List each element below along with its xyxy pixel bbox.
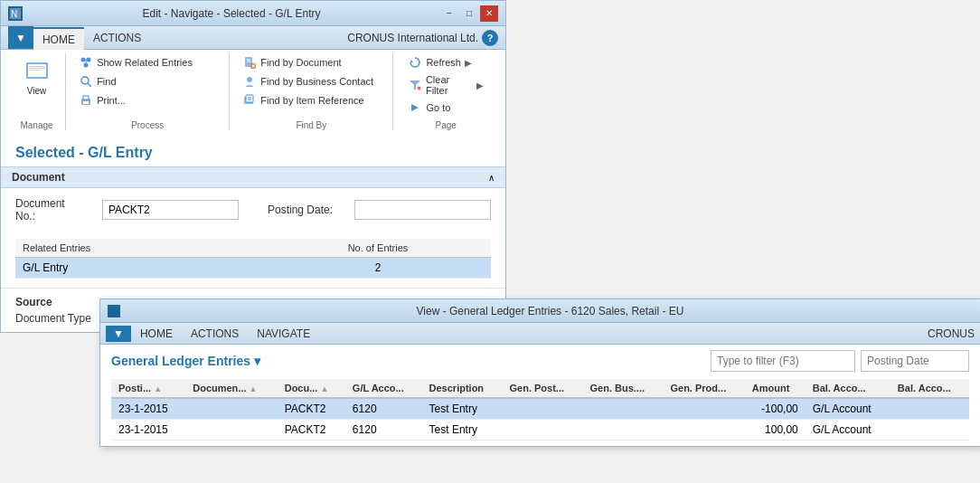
svg-rect-6 — [29, 70, 40, 71]
gl-cell-balAcco1: G/L Account — [806, 398, 890, 420]
section-title: Document — [12, 171, 65, 184]
svg-rect-4 — [29, 66, 45, 67]
find-button[interactable]: Find — [75, 72, 220, 90]
gl-cell-genProd — [663, 398, 744, 420]
gl-cell-genPost — [503, 420, 583, 440]
posting-date-input[interactable] — [354, 200, 491, 220]
page-group-label: Page — [436, 117, 457, 130]
ribbon-company: CRONUS International Ltd. ? — [347, 30, 498, 46]
table-row[interactable]: G/L Entry2 — [15, 258, 491, 279]
second-title-bar: View - General Ledger Entries - 6120 Sal… — [100, 299, 980, 323]
manage-items: View — [19, 53, 55, 117]
section-collapse-icon[interactable]: ∧ — [488, 173, 495, 183]
col-genProd: Gen. Prod... — [663, 379, 744, 398]
find-by-item-reference-button[interactable]: Find by Item Reference — [239, 91, 383, 109]
gl-cell-genProd — [663, 420, 744, 440]
second-tab-navigate[interactable]: NAVIGATE — [248, 326, 319, 342]
second-dropdown-btn[interactable]: ▼ — [106, 326, 131, 342]
ribbon-group-process: Show Related Entries Find — [66, 53, 230, 130]
process-items: Show Related Entries Find — [75, 53, 220, 117]
clear-filter-button[interactable]: Clear Filter ▶ — [404, 72, 487, 98]
second-tab-home[interactable]: HOME — [131, 326, 182, 342]
section-header: Document ∧ — [1, 166, 505, 188]
gl-table-row[interactable]: 23-1-2015PACKT26120Test Entry-100,00G/L … — [111, 398, 969, 420]
help-button[interactable]: ? — [482, 30, 498, 46]
col-related-entries: Related Entries — [15, 239, 265, 258]
entry-name: G/L Entry — [15, 258, 265, 279]
clear-filter-arrow: ▶ — [476, 80, 484, 90]
col-genBus: Gen. Bus.... — [583, 379, 664, 398]
close-button[interactable]: ✕ — [480, 5, 498, 22]
refresh-button[interactable]: Refresh ▶ — [404, 53, 487, 71]
gl-cell-glAcco: 6120 — [345, 398, 422, 420]
ribbon-dropdown-btn[interactable]: ▼ — [8, 26, 33, 49]
findby-items: Find by Document Find by Business Contac… — [239, 53, 383, 117]
minimize-button[interactable]: − — [440, 5, 458, 22]
show-related-icon — [79, 55, 93, 70]
dropdown-arrow-icon[interactable]: ▾ — [254, 354, 260, 368]
svg-point-12 — [81, 77, 89, 84]
second-header-row: General Ledger Entries ▾ — [111, 350, 969, 372]
print-icon — [79, 93, 93, 108]
second-tab-actions[interactable]: ACTIONS — [182, 326, 248, 342]
second-company: CRONUS — [928, 327, 975, 340]
col-document[interactable]: Documen... ▲ — [185, 379, 277, 398]
show-related-entries-button[interactable]: Show Related Entries — [75, 53, 220, 71]
col-num-entries: No. of Entries — [265, 239, 491, 258]
second-window-content: General Ledger Entries ▾ Posti... ▲Docum… — [100, 345, 980, 446]
find-by-document-button[interactable]: Find by Document — [239, 53, 383, 71]
restore-button[interactable]: □ — [460, 5, 478, 22]
clear-filter-label: Clear Filter — [426, 74, 473, 96]
manage-group-label: Manage — [20, 117, 52, 130]
ribbon-group-page: Refresh ▶ Clear Filter — [393, 53, 498, 130]
first-window: N Edit - Navigate - Selected - G/L Entry… — [0, 0, 506, 333]
gl-cell-docNo: PACKT2 — [278, 420, 345, 440]
svg-rect-5 — [29, 68, 45, 69]
page-col: Refresh ▶ Clear Filter — [404, 53, 487, 117]
col-docNo[interactable]: Docu... ▲ — [278, 379, 345, 398]
find-by-business-contact-icon — [242, 74, 257, 89]
gl-cell-genBus — [583, 420, 664, 440]
gl-cell-balAcco2 — [890, 398, 969, 420]
clear-filter-icon — [408, 78, 421, 92]
find-by-business-contact-button[interactable]: Find by Business Contact — [239, 72, 383, 90]
col-description: Description — [422, 379, 503, 398]
svg-rect-23 — [246, 95, 253, 102]
svg-rect-15 — [83, 96, 89, 99]
page-items: Refresh ▶ Clear Filter — [404, 53, 487, 117]
view-button[interactable]: View — [19, 53, 55, 99]
go-to-button[interactable]: Go to — [404, 99, 487, 117]
col-posting[interactable]: Posti... ▲ — [111, 379, 185, 398]
gl-table-row[interactable]: 23-1-2015PACKT26120Test Entry100,00G/L A… — [111, 420, 969, 440]
gl-cell-document — [185, 420, 277, 440]
type-to-filter-input[interactable] — [711, 350, 855, 372]
process-group-label: Process — [131, 117, 164, 130]
view-icon — [23, 57, 52, 86]
ribbon-content: View Manage — [1, 50, 505, 134]
sort-icon: ▲ — [250, 384, 258, 393]
doc-no-label: Document No.: — [15, 197, 88, 223]
page-title: Selected - G/L Entry — [1, 134, 505, 166]
gl-cell-description: Test Entry — [422, 398, 503, 420]
gl-cell-posting: 23-1-2015 — [111, 420, 185, 440]
col-balAcco2: Bal. Acco... — [890, 379, 969, 398]
find-by-document-label: Find by Document — [260, 57, 341, 68]
svg-text:N: N — [11, 9, 17, 19]
find-label: Find — [97, 76, 116, 87]
doc-no-input[interactable] — [102, 200, 239, 220]
posting-date-filter[interactable] — [861, 350, 969, 372]
view-label: View — [27, 86, 47, 96]
gl-cell-docNo: PACKT2 — [278, 398, 345, 420]
entries-table: Related Entries No. of Entries G/L Entry… — [15, 239, 491, 279]
print-button[interactable]: Print... — [75, 91, 220, 109]
second-app-logo — [108, 305, 120, 317]
col-balAcco1: Bal. Acco... — [806, 379, 890, 398]
gl-cell-balAcco1: G/L Account — [806, 420, 890, 440]
app-logo: N — [8, 6, 23, 21]
tab-actions[interactable]: ACTIONS — [84, 26, 150, 49]
gl-cell-glAcco: 6120 — [345, 420, 422, 440]
tab-home[interactable]: HOME — [33, 27, 84, 50]
go-to-label: Go to — [426, 102, 450, 113]
second-ribbon-tabs: ▼ HOME ACTIONS NAVIGATE CRONUS — [100, 323, 980, 345]
gl-cell-genBus — [583, 398, 664, 420]
